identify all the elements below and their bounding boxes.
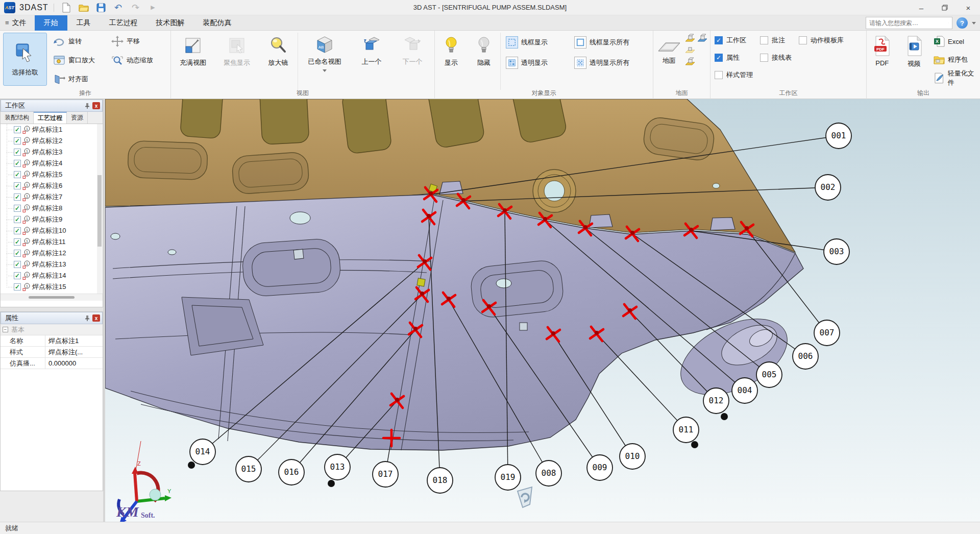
balloon-015[interactable]: 015 xyxy=(236,456,261,482)
select-pick-button[interactable]: 选择拾取 xyxy=(3,33,47,86)
wireframe-display-button[interactable]: 线框显示 xyxy=(506,35,570,50)
export-pdf-button[interactable]: PDF PDF xyxy=(867,31,898,88)
tree-item-weld-annotation[interactable]: ✓1焊点标注15 xyxy=(1,281,103,293)
wireframe-display-all-button[interactable]: 线框显示所有 xyxy=(574,35,629,50)
tree-item-checkbox[interactable]: ✓ xyxy=(14,283,21,290)
tree-vertical-scrollbar[interactable] xyxy=(97,124,102,294)
property-value[interactable]: 0.000000 xyxy=(45,358,103,369)
tree-item-weld-annotation[interactable]: ✓1焊点标注5 xyxy=(1,169,103,180)
tree-item-weld-annotation[interactable]: ✓1焊点标注9 xyxy=(1,214,103,225)
ground-button[interactable]: 地面 xyxy=(653,31,685,88)
show-button[interactable]: 显示 xyxy=(435,31,468,88)
checkbox-annotation[interactable]: 批注 xyxy=(760,33,792,48)
tree-item-checkbox[interactable]: ✓ xyxy=(14,160,21,167)
search-box[interactable] xyxy=(866,17,952,29)
tree-item-checkbox[interactable]: ✓ xyxy=(14,238,21,246)
undo-button[interactable]: ↶ xyxy=(111,2,126,14)
tree-item-checkbox[interactable]: ✓ xyxy=(14,272,21,279)
tree-item-weld-annotation[interactable]: ✓1焊点标注6 xyxy=(1,180,103,191)
balloon-009[interactable]: 009 xyxy=(587,455,612,480)
transparent-display-all-button[interactable]: 透明显示所有 xyxy=(574,55,629,70)
ground-fade-cube-icon[interactable] xyxy=(685,46,695,54)
pin-icon[interactable] xyxy=(84,103,90,109)
export-lightweight-button[interactable]: 轻量化文件 xyxy=(934,70,980,86)
ground-cube-icon[interactable] xyxy=(685,57,695,66)
tree-item-checkbox[interactable]: ✓ xyxy=(14,216,21,223)
panel-splitter[interactable] xyxy=(0,307,103,311)
balloon-004[interactable]: 004 xyxy=(732,378,757,403)
scrollbar-thumb[interactable] xyxy=(97,175,102,247)
tree-item-weld-annotation[interactable]: ✓1焊点标注14 xyxy=(1,270,103,281)
tree-item-checkbox[interactable]: ✓ xyxy=(14,261,21,268)
balloon-019[interactable]: 019 xyxy=(495,465,521,490)
redo-button[interactable]: ↷ xyxy=(129,2,143,14)
transparent-display-button[interactable]: 透明显示 xyxy=(506,55,570,70)
tree-item-weld-annotation[interactable]: ✓1焊点标注8 xyxy=(1,203,103,214)
tree-item-weld-annotation[interactable]: ✓1焊点标注13 xyxy=(1,259,103,270)
property-value[interactable]: 焊点标注1 xyxy=(45,335,103,346)
balloon-002[interactable]: 002 xyxy=(815,175,841,200)
checkbox-properties[interactable]: ✓属性 xyxy=(715,50,753,65)
tree-item-weld-annotation[interactable]: ✓1焊点标注11 xyxy=(1,236,103,248)
tree-item-checkbox[interactable]: ✓ xyxy=(14,137,21,144)
tab-tools[interactable]: 工具 xyxy=(67,15,100,31)
checkbox-wiring-table[interactable]: 接线表 xyxy=(760,50,792,65)
search-input[interactable] xyxy=(869,19,948,27)
tree-item-weld-annotation[interactable]: ✓1焊点标注1 xyxy=(1,124,103,135)
tab-process[interactable]: 工艺过程 xyxy=(100,15,147,31)
balloon-012[interactable]: 012 xyxy=(703,388,729,414)
tree-item-weld-annotation[interactable]: ✓1焊点标注2 xyxy=(1,135,103,147)
property-row-name[interactable]: 名称 焊点标注1 xyxy=(1,335,103,347)
property-value[interactable]: 焊点标注(... xyxy=(45,347,103,357)
properties-panel-close-button[interactable]: x xyxy=(92,314,100,322)
tree-item-weld-annotation[interactable]: ✓1焊点标注12 xyxy=(1,248,103,259)
focus-display-button[interactable]: 聚焦显示 xyxy=(215,31,259,88)
hide-button[interactable]: 隐藏 xyxy=(468,31,500,88)
rotate-button[interactable]: 旋转 xyxy=(53,34,95,49)
menu-file-button[interactable]: ≡文件 xyxy=(0,15,35,31)
ground-under-cube-icon[interactable] xyxy=(685,34,695,43)
minimize-button[interactable]: – xyxy=(910,0,933,15)
save-button[interactable] xyxy=(94,2,108,14)
balloon-003[interactable]: 003 xyxy=(824,239,849,264)
balloon-017[interactable]: 017 xyxy=(373,462,398,487)
tree-item-checkbox[interactable]: ✓ xyxy=(14,227,21,234)
magnifier-button[interactable]: 放大镜 xyxy=(259,31,298,88)
tree-item-weld-annotation[interactable]: ✓1焊点标注7 xyxy=(1,191,103,203)
help-dropdown-caret[interactable] xyxy=(972,22,976,25)
dynamic-zoom-button[interactable]: 动态缩放 xyxy=(111,53,153,68)
pan-button[interactable]: 平移 xyxy=(111,34,153,49)
viewport-3d[interactable]: 0010020030040050060070080090100110120130… xyxy=(105,99,980,522)
checkbox-workspace[interactable]: ✓工作区 xyxy=(715,33,753,48)
tree-item-checkbox[interactable]: ✓ xyxy=(14,171,21,178)
export-excel-button[interactable]: X Excel xyxy=(934,34,980,49)
pin-icon[interactable] xyxy=(84,315,90,322)
tab-resources[interactable]: 资源 xyxy=(67,112,88,124)
balloon-005[interactable]: 005 xyxy=(756,362,782,387)
tree-item-checkbox[interactable]: ✓ xyxy=(14,250,21,257)
balloon-011[interactable]: 011 xyxy=(673,417,699,443)
tree-item-weld-annotation[interactable]: ✓1焊点标注10 xyxy=(1,225,103,236)
window-zoom-button[interactable]: 窗口放大 xyxy=(53,53,95,68)
property-row-style[interactable]: 样式 焊点标注(... xyxy=(1,347,103,358)
named-views-caret[interactable] xyxy=(323,69,327,72)
close-button[interactable]: × xyxy=(957,0,980,15)
new-document-button[interactable] xyxy=(59,2,74,14)
balloon-010[interactable]: 010 xyxy=(620,444,645,469)
balloon-007[interactable]: 007 xyxy=(814,320,840,346)
next-view-button[interactable]: 下一个 xyxy=(392,31,433,88)
export-package-button[interactable]: 程序包 xyxy=(934,52,980,67)
help-button[interactable]: ? xyxy=(957,17,968,29)
properties-section-basic[interactable]: − 基本 xyxy=(1,324,103,335)
tab-home[interactable]: 开始 xyxy=(35,15,67,31)
tab-assembly-structure[interactable]: 装配结构 xyxy=(1,112,34,124)
tab-process-tree[interactable]: 工艺过程 xyxy=(34,112,67,124)
ground-blue-cube-icon[interactable] xyxy=(697,34,707,43)
balloon-008[interactable]: 008 xyxy=(536,460,561,486)
tree-item-checkbox[interactable]: ✓ xyxy=(14,149,21,156)
previous-view-button[interactable]: 上一个 xyxy=(351,31,392,88)
property-row-sim-play[interactable]: 仿真播... 0.000000 xyxy=(1,358,103,369)
balloon-016[interactable]: 016 xyxy=(279,459,304,485)
tree-item-weld-annotation[interactable]: ✓1焊点标注3 xyxy=(1,147,103,158)
balloon-006[interactable]: 006 xyxy=(793,344,818,369)
